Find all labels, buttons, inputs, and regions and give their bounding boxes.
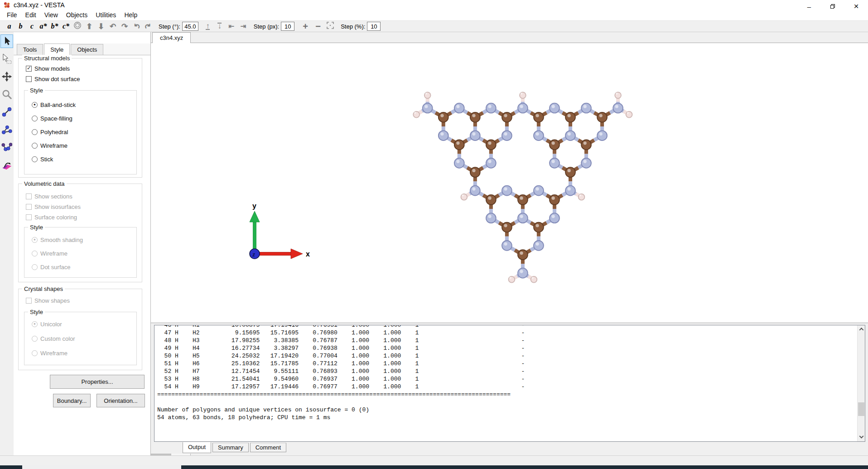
scrollbar-thumb[interactable] bbox=[858, 402, 864, 416]
scroll-up-icon[interactable] bbox=[858, 325, 865, 333]
zoom-in-icon[interactable]: + bbox=[299, 21, 312, 32]
checkbox-show-sections[interactable]: Show sections bbox=[26, 192, 72, 200]
view-a-star-button[interactable]: a* bbox=[38, 22, 49, 30]
radio-label: Wireframe bbox=[40, 350, 68, 357]
dihedral-angle-tool[interactable] bbox=[0, 140, 13, 154]
bond-distance-tool[interactable] bbox=[0, 105, 13, 119]
tab-tools[interactable]: Tools bbox=[17, 44, 43, 55]
view-c-star-button[interactable]: c* bbox=[60, 22, 72, 30]
molecule-rendering bbox=[408, 87, 637, 288]
rotate-ccw-icon[interactable]: ↶ bbox=[107, 22, 119, 31]
translate-tool[interactable] bbox=[0, 70, 13, 83]
plane-icon bbox=[1, 160, 12, 170]
step-px-input[interactable] bbox=[281, 22, 294, 31]
radio-wireframe[interactable]: Wireframe bbox=[32, 141, 68, 150]
checkbox-show-models[interactable]: ✓ Show models bbox=[26, 64, 70, 73]
step-left-icon[interactable]: ⇤ bbox=[226, 22, 237, 30]
fit-to-screen-icon[interactable] bbox=[324, 21, 336, 32]
checkbox-box[interactable]: ✓ bbox=[26, 66, 32, 72]
window-title: c3n4.xyz - VESTA bbox=[14, 0, 65, 10]
checkbox-box[interactable] bbox=[26, 76, 32, 82]
radio-label: Custom color bbox=[40, 335, 75, 342]
tab-objects[interactable]: Objects bbox=[71, 44, 103, 55]
menu-bar: File Edit View Objects Utilities Help bbox=[0, 10, 868, 20]
orientation-button[interactable]: Orientation... bbox=[96, 394, 145, 407]
axis-y-label: y bbox=[252, 202, 256, 210]
taskbar-sliver[interactable] bbox=[0, 465, 868, 469]
view-a-button[interactable]: a bbox=[4, 22, 15, 30]
menu-edit[interactable]: Edit bbox=[21, 10, 40, 20]
checkbox-label: Show models bbox=[34, 65, 70, 72]
menu-view[interactable]: View bbox=[40, 10, 62, 20]
document-tab-bar: c3n4.xyz bbox=[151, 32, 868, 43]
output-log[interactable]: 46 H H1 10.00875 17.19416 0.76931 1.000 … bbox=[154, 325, 865, 442]
step-up-icon[interactable]: ↑ bbox=[202, 22, 214, 31]
tab-summary[interactable]: Summary bbox=[212, 443, 249, 452]
structure-viewport[interactable]: y z x bbox=[151, 43, 868, 323]
checkbox-label: Show sections bbox=[34, 193, 72, 200]
radio-space-filling[interactable]: Space-filling bbox=[32, 114, 72, 122]
tab-comment[interactable]: Comment bbox=[250, 443, 286, 452]
step-pct-input[interactable] bbox=[367, 22, 381, 31]
window-bottom-strip bbox=[0, 455, 868, 465]
menu-file[interactable]: File bbox=[3, 10, 21, 20]
tab-style[interactable]: Style bbox=[44, 44, 70, 55]
rotate-cw-icon[interactable]: ↷ bbox=[119, 22, 130, 31]
rotate-up-icon[interactable]: ⬆ bbox=[83, 22, 95, 31]
dihedral-icon bbox=[1, 141, 12, 153]
menu-objects[interactable]: Objects bbox=[62, 10, 92, 20]
radio-custom-color[interactable]: Custom color bbox=[32, 334, 75, 343]
output-vertical-scrollbar[interactable] bbox=[857, 325, 865, 441]
area-select-icon bbox=[1, 53, 12, 64]
checkbox-show-shapes[interactable]: Show shapes bbox=[26, 296, 70, 305]
menu-help[interactable]: Help bbox=[120, 10, 141, 20]
group-title: Style bbox=[28, 87, 45, 94]
zoom-out-icon[interactable]: − bbox=[312, 21, 324, 32]
group-crystal-style: Style ● Unicolor Custom color Wireframe bbox=[24, 312, 137, 365]
radio-crystal-wireframe[interactable]: Wireframe bbox=[32, 349, 68, 357]
radio-polyhedral[interactable]: Polyhedral bbox=[32, 128, 68, 136]
checkbox-label: Surface coloring bbox=[34, 214, 77, 221]
view-c-button[interactable]: c bbox=[26, 22, 38, 30]
group-title: Structural models bbox=[22, 55, 72, 62]
tilt-right-icon[interactable]: ↷ bbox=[142, 22, 154, 31]
step-down-icon[interactable]: ↓ bbox=[214, 22, 226, 31]
checkbox-surface-coloring[interactable]: Surface coloring bbox=[26, 213, 77, 221]
magnifier-icon bbox=[1, 89, 12, 100]
distance-icon bbox=[1, 106, 12, 118]
bond-angle-tool[interactable] bbox=[0, 123, 13, 136]
properties-button[interactable]: Properties... bbox=[50, 375, 145, 389]
tilt-left-icon[interactable]: ↶ bbox=[130, 22, 142, 31]
boundary-button[interactable]: Boundary... bbox=[53, 394, 91, 407]
select-tool[interactable] bbox=[0, 34, 13, 48]
step-deg-input[interactable] bbox=[182, 22, 198, 31]
rotate-down-icon[interactable]: ⬇ bbox=[95, 22, 107, 31]
checkbox-show-isosurfaces[interactable]: Show isosurfaces bbox=[26, 203, 81, 211]
view-b-button[interactable]: b bbox=[15, 22, 26, 30]
radio-dot-surface[interactable]: Dot surface bbox=[32, 263, 70, 271]
vesta-window: c3n4.xyz - VESTA – × File Edit View Obje… bbox=[0, 0, 868, 469]
radio-smooth-shading[interactable]: ● Smooth shading bbox=[32, 236, 83, 244]
scroll-down-icon[interactable] bbox=[858, 434, 865, 441]
document-tab[interactable]: c3n4.xyz bbox=[152, 32, 191, 43]
radio-unicolor[interactable]: ● Unicolor bbox=[32, 320, 62, 328]
radio-stick[interactable]: Stick bbox=[32, 155, 53, 163]
sidebar-tab-bar: Tools Style Objects bbox=[14, 44, 150, 55]
step-right-icon[interactable]: ⇥ bbox=[237, 22, 249, 30]
group-volumetric-data: Volumetric data Show sections Show isosu… bbox=[18, 184, 142, 282]
group-volumetric-style: Style ● Smooth shading Wireframe Dot sur… bbox=[24, 227, 137, 278]
axis-indicator: y z x bbox=[240, 199, 313, 267]
radio-volumetric-wireframe[interactable]: Wireframe bbox=[32, 249, 68, 257]
magnify-tool[interactable] bbox=[0, 87, 13, 101]
move-icon bbox=[1, 71, 12, 82]
menu-utilities[interactable]: Utilities bbox=[92, 10, 120, 20]
tab-output[interactable]: Output bbox=[183, 442, 211, 453]
area-select-tool[interactable] bbox=[0, 52, 13, 66]
radio-ball-and-stick[interactable]: ● Ball-and-stick bbox=[32, 101, 76, 109]
group-title: Volumetric data bbox=[22, 180, 67, 187]
polyhedron-icon[interactable] bbox=[72, 21, 83, 32]
radio-label: Unicolor bbox=[40, 321, 62, 328]
checkbox-show-dot-surface[interactable]: Show dot surface bbox=[26, 75, 80, 83]
lattice-plane-tool[interactable] bbox=[0, 158, 13, 172]
view-b-star-button[interactable]: b* bbox=[49, 22, 60, 30]
